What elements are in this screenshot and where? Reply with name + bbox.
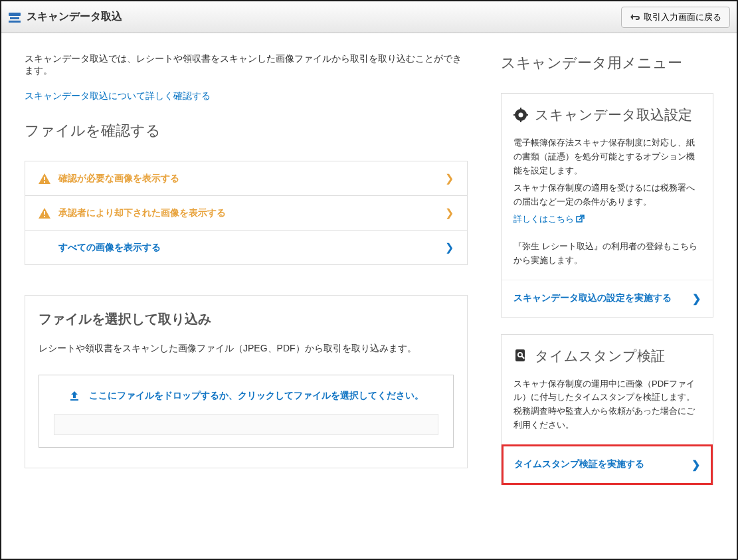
timestamp-action[interactable]: タイムスタンプ検証を実施する ❯ [502, 444, 713, 485]
settings-text1: 電子帳簿保存法スキャナ保存制度に対応し、紙の書類（証憑）を処分可能とするオプショ… [513, 136, 701, 177]
row-need-confirm[interactable]: 確認が必要な画像を表示する ❯ [25, 161, 468, 196]
chevron-right-icon: ❯ [445, 241, 454, 254]
svg-rect-10 [520, 108, 521, 110]
row-label: 承認者により却下された画像を表示する [58, 207, 226, 219]
settings-text2: スキャナ保存制度の適用を受けるには税務署への届出など一定の条件があります。 [513, 181, 701, 209]
svg-point-17 [519, 353, 521, 355]
header-left: スキャンデータ取込 [8, 10, 122, 24]
row-all-images[interactable]: すべての画像を表示する ❯ [25, 231, 468, 265]
main-column: スキャンデータ取込では、レシートや領収書をスキャンした画像ファイルから取引を取り… [25, 53, 468, 502]
dropzone-input-area[interactable] [54, 414, 438, 435]
settings-card-title: スキャンデータ取込設定 [513, 106, 701, 124]
search-document-icon [513, 349, 528, 363]
chevron-right-icon: ❯ [445, 172, 454, 185]
svg-rect-12 [513, 114, 516, 116]
back-button[interactable]: 取引入力画面に戻る [621, 7, 730, 28]
app-header: スキャンデータ取込 取引入力画面に戻る [1, 1, 737, 33]
side-menu-title: スキャンデータ用メニュー [501, 53, 713, 73]
svg-rect-5 [44, 211, 45, 215]
timestamp-title-text: タイムスタンプ検証 [535, 347, 665, 365]
svg-rect-13 [525, 114, 528, 116]
side-column: スキャンデータ用メニュー スキャンデータ取込設定 電子帳簿保存法スキャナ保存制度… [501, 53, 713, 502]
intro-text: スキャンデータ取込では、レシートや領収書をスキャンした画像ファイルから取引を取り… [25, 53, 468, 77]
action-label: スキャンデータ取込の設定を実施する [513, 292, 672, 304]
settings-action[interactable]: スキャンデータ取込の設定を実施する ❯ [502, 280, 713, 317]
svg-rect-2 [9, 21, 21, 23]
svg-rect-0 [9, 13, 21, 16]
warning-icon [39, 208, 50, 219]
dropzone-text: ここにファイルをドロップするか、クリックしてファイルを選択してください。 [89, 390, 424, 402]
link-text: 詳しくはこちら [513, 213, 574, 225]
content: スキャンデータ取込では、レシートや領収書をスキャンした画像ファイルから取引を取り… [1, 33, 737, 502]
return-icon [630, 13, 640, 21]
settings-detail-link[interactable]: 詳しくはこちら [513, 213, 585, 225]
gear-icon [513, 108, 528, 122]
svg-rect-1 [10, 17, 19, 19]
row-label: すべての画像を表示する [58, 242, 161, 254]
chevron-right-icon: ❯ [445, 207, 454, 219]
import-desc: レシートや領収書をスキャンした画像ファイル（JPEG、PDF）から取引を取り込み… [39, 343, 454, 355]
chevron-right-icon: ❯ [692, 292, 701, 305]
import-card: ファイルを選択して取り込み レシートや領収書をスキャンした画像ファイル（JPEG… [25, 295, 468, 468]
timestamp-card: タイムスタンプ検証 スキャナ保存制度の運用中に画像（PDFファイル）に付与したタ… [501, 334, 713, 485]
intro-link[interactable]: スキャンデータ取込について詳しく確認する [25, 90, 211, 102]
files-section-title: ファイルを確認する [25, 121, 468, 141]
external-link-icon [576, 215, 585, 223]
settings-card: スキャンデータ取込設定 電子帳簿保存法スキャナ保存制度に対応し、紙の書類（証憑）… [501, 93, 713, 318]
page-title: スキャンデータ取込 [27, 10, 122, 24]
dropzone-label: ここにファイルをドロップするか、クリックしてファイルを選択してください。 [51, 390, 441, 402]
files-list: 確認が必要な画像を表示する ❯ 承認者により却下された画像を表示する ❯ すべて… [25, 161, 468, 265]
warning-icon [39, 173, 50, 184]
scanner-icon [8, 11, 21, 23]
svg-rect-7 [70, 399, 78, 401]
timestamp-card-title: タイムスタンプ検証 [513, 347, 701, 365]
svg-rect-3 [44, 177, 45, 180]
svg-rect-11 [520, 120, 521, 122]
settings-note: 『弥生 レシート取込』の利用者の登録もこちらから実施します。 [513, 240, 701, 268]
svg-rect-6 [44, 216, 45, 217]
svg-point-9 [519, 113, 523, 118]
upload-icon [69, 391, 80, 401]
row-rejected[interactable]: 承認者により却下された画像を表示する ❯ [25, 196, 468, 231]
action-label: タイムスタンプ検証を実施する [514, 458, 644, 470]
chevron-right-icon: ❯ [692, 458, 700, 471]
back-button-label: 取引入力画面に戻る [644, 11, 721, 23]
settings-title-text: スキャンデータ取込設定 [535, 106, 692, 124]
svg-rect-4 [44, 181, 45, 183]
timestamp-text: スキャナ保存制度の運用中に画像（PDFファイル）に付与したタイムスタンプを検証し… [513, 377, 701, 432]
row-label: 確認が必要な画像を表示する [58, 173, 179, 185]
file-dropzone[interactable]: ここにファイルをドロップするか、クリックしてファイルを選択してください。 [39, 375, 454, 448]
import-title: ファイルを選択して取り込み [39, 310, 454, 328]
